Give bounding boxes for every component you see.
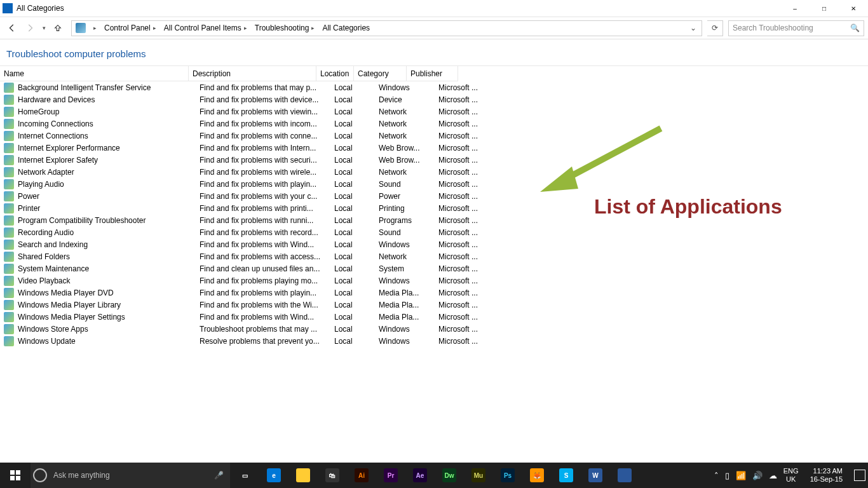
table-row[interactable]: PrinterFind and fix problems with printi…	[0, 202, 868, 214]
troubleshooter-icon	[4, 83, 14, 93]
onedrive-icon[interactable]: ☁	[769, 471, 777, 480]
table-row[interactable]: Windows Media Player DVDFind and fix pro…	[0, 287, 868, 299]
taskbar-app-dreamweaver[interactable]: Dw	[435, 463, 464, 488]
row-desc: Find and fix problems with conne...	[196, 132, 330, 140]
troubleshooter-icon	[4, 215, 14, 226]
row-name: Program Compatibility Troubleshooter	[18, 216, 146, 225]
table-row[interactable]: PowerFind and fix problems with your c..…	[0, 190, 868, 202]
table-row[interactable]: Incoming ConnectionsFind and fix problem…	[0, 118, 868, 130]
row-name: Playing Audio	[18, 180, 64, 189]
row-desc: Find and fix problems with securi...	[196, 156, 330, 165]
row-cat: Network	[375, 132, 435, 140]
breadcrumb-2[interactable]: Troubleshooting▸	[252, 24, 320, 32]
start-button[interactable]	[0, 463, 31, 488]
table-row[interactable]: Internet Explorer PerformanceFind and fi…	[0, 142, 868, 154]
close-button[interactable]: ✕	[839, 0, 868, 17]
col-name[interactable]: Name	[0, 66, 188, 81]
address-bar[interactable]: ▸ Control Panel▸ All Control Panel Items…	[71, 20, 702, 36]
taskbar-app-photoshop[interactable]: Ps	[493, 463, 522, 488]
table-row[interactable]: Windows Media Player SettingsFind and fi…	[0, 311, 868, 323]
table-row[interactable]: Video PlaybackFind and fix problems play…	[0, 274, 868, 287]
col-location[interactable]: Location	[316, 66, 353, 81]
clock[interactable]: 11:23 AM16-Sep-15	[805, 467, 848, 484]
taskbar-app-premiere[interactable]: Pr	[376, 463, 405, 488]
tray-chevron-icon[interactable]: ˄	[714, 471, 719, 480]
taskbar-app-file-explorer[interactable]	[288, 463, 318, 488]
row-desc: Find and fix problems with runni...	[196, 216, 330, 225]
taskbar-app-task-view[interactable]: ▭	[230, 463, 259, 488]
col-publisher[interactable]: Publisher	[407, 66, 458, 81]
table-row[interactable]: Internet ConnectionsFind and fix problem…	[0, 130, 868, 142]
minimize-button[interactable]: –	[780, 0, 810, 17]
row-loc: Local	[330, 288, 375, 297]
table-row[interactable]: Windows UpdateResolve problems that prev…	[0, 335, 868, 347]
recent-dropdown[interactable]: ▾	[39, 20, 48, 36]
col-category[interactable]: Category	[354, 66, 406, 81]
system-tray: ˄ ▯ 📶 🔊 ☁ ENGUK 11:23 AM16-Sep-15	[714, 463, 868, 488]
taskbar-app-skype[interactable]: S	[552, 463, 581, 488]
up-button[interactable]	[50, 20, 66, 36]
table-row[interactable]: Internet Explorer SafetyFind and fix pro…	[0, 154, 868, 166]
breadcrumb-sep[interactable]: ▸	[88, 25, 102, 31]
back-button[interactable]	[4, 20, 20, 36]
table-row[interactable]: Windows Media Player LibraryFind and fix…	[0, 299, 868, 311]
refresh-button[interactable]: ⟳	[707, 20, 723, 36]
breadcrumb-3[interactable]: All Categories	[320, 24, 372, 32]
row-loc: Local	[330, 204, 375, 213]
taskbar-app-app[interactable]	[610, 463, 639, 488]
row-pub: Microsoft ...	[435, 301, 493, 309]
troubleshooter-icon	[4, 131, 14, 141]
row-loc: Local	[330, 313, 375, 322]
row-pub: Microsoft ...	[435, 276, 493, 285]
troubleshooter-icon	[4, 312, 14, 322]
row-cat: Windows	[375, 276, 435, 285]
row-name: Background Intelligent Transfer Service	[18, 83, 151, 92]
row-cat: Device	[375, 95, 435, 104]
maximize-button[interactable]: □	[810, 0, 839, 17]
address-dropdown[interactable]: ⌄	[686, 24, 700, 32]
row-desc: Find and fix problems with playin...	[196, 180, 330, 189]
language-indicator[interactable]: ENGUK	[783, 467, 799, 484]
breadcrumb-0[interactable]: Control Panel▸	[102, 24, 161, 32]
table-row[interactable]: Background Intelligent Transfer ServiceF…	[0, 81, 868, 93]
table-row[interactable]: System MaintenanceFind and clean up unus…	[0, 262, 868, 274]
taskbar-app-word[interactable]: W	[581, 463, 610, 488]
table-row[interactable]: Playing AudioFind and fix problems with …	[0, 178, 868, 190]
taskbar-app-muse[interactable]: Mu	[464, 463, 493, 488]
row-cat: Network	[375, 107, 435, 116]
table-row[interactable]: Shared FoldersFind and fix problems with…	[0, 250, 868, 262]
row-pub: Microsoft ...	[435, 240, 493, 249]
cortana-search[interactable]: Ask me anything 🎤	[31, 463, 230, 488]
search-box[interactable]: Search Troubleshooting 🔍	[728, 20, 864, 36]
forward-button[interactable]	[22, 20, 38, 36]
taskbar-app-illustrator[interactable]: Ai	[347, 463, 376, 488]
table-row[interactable]: Search and IndexingFind and fix problems…	[0, 238, 868, 250]
row-pub: Microsoft ...	[435, 95, 493, 104]
table-row[interactable]: Hardware and DevicesFind and fix problem…	[0, 93, 868, 105]
table-row[interactable]: HomeGroupFind and fix problems with view…	[0, 105, 868, 118]
breadcrumb-1[interactable]: All Control Panel Items▸	[161, 24, 252, 32]
col-description[interactable]: Description	[189, 66, 316, 81]
taskbar-app-edge[interactable]: e	[259, 463, 288, 488]
taskbar-app-aftereffects[interactable]: Ae	[405, 463, 435, 488]
troubleshooter-icon	[4, 203, 14, 214]
svg-rect-2	[10, 476, 15, 480]
row-desc: Find and fix problems with Wind...	[196, 313, 330, 322]
action-center-icon[interactable]	[854, 470, 865, 481]
network-icon[interactable]: 📶	[736, 471, 746, 480]
taskbar-app-firefox[interactable]: 🦊	[522, 463, 552, 488]
battery-icon[interactable]: ▯	[725, 471, 729, 480]
row-name: HomeGroup	[18, 107, 59, 116]
table-row[interactable]: Program Compatibility TroubleshooterFind…	[0, 214, 868, 226]
taskbar-app-store[interactable]: 🛍	[318, 463, 347, 488]
row-loc: Local	[330, 95, 375, 104]
table-row[interactable]: Network AdapterFind and fix problems wit…	[0, 166, 868, 178]
table-row[interactable]: Windows Store AppsTroubleshoot problems …	[0, 323, 868, 335]
troubleshooter-icon	[4, 276, 14, 286]
row-loc: Local	[330, 216, 375, 225]
row-desc: Find and fix problems with Intern...	[196, 144, 330, 152]
row-cat: Power	[375, 192, 435, 201]
row-name: Power	[18, 192, 39, 201]
table-row[interactable]: Recording AudioFind and fix problems wit…	[0, 226, 868, 238]
volume-icon[interactable]: 🔊	[752, 471, 763, 480]
